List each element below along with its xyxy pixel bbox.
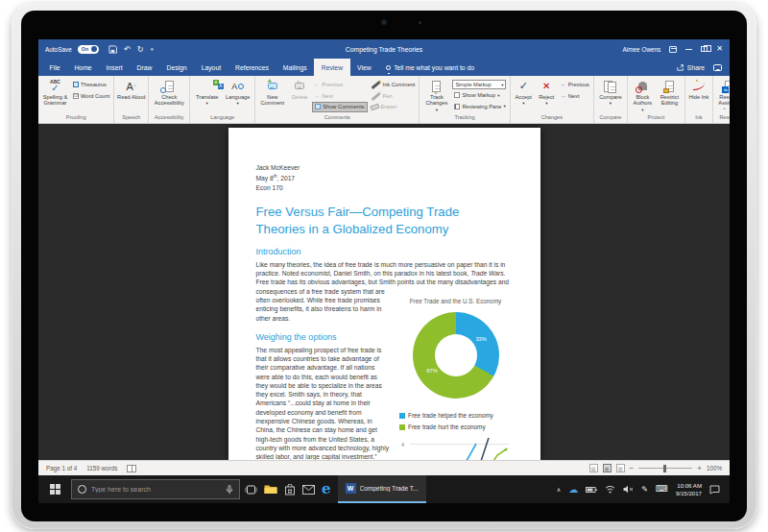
file-explorer-icon[interactable] [264, 484, 277, 495]
check-accessibility-button[interactable]: Check Accessibility [151, 78, 187, 107]
language-button[interactable]: A Language ▾ [223, 78, 252, 106]
zoom-level[interactable]: 100% [707, 465, 722, 472]
track-changes-button[interactable]: Track Changes ▾ [421, 78, 451, 112]
tab-file[interactable]: File [42, 59, 67, 76]
collapse-ribbon-icon[interactable]: ⌃ [722, 107, 727, 113]
redo-icon[interactable]: ↻ [137, 45, 144, 54]
restore-button[interactable] [701, 46, 708, 52]
mail-icon[interactable] [302, 485, 315, 495]
taskbar-word-task[interactable]: W Competing Trade T... [338, 475, 426, 503]
tab-draw[interactable]: Draw [130, 59, 159, 76]
start-button[interactable] [38, 475, 71, 503]
show-comments-button[interactable]: Show Comments [312, 102, 367, 112]
block-authors-button[interactable]: Block Authors ▾ [630, 78, 656, 112]
account-name[interactable]: Aimee Owens [623, 46, 661, 53]
reject-button[interactable]: ✕ Reject ▾ [536, 78, 558, 106]
thesaurus-button[interactable]: Thesaurus [71, 80, 111, 90]
resume-assistant-button[interactable]: in Resume Assistant [715, 78, 730, 107]
document-course: Econ 170 [256, 183, 513, 192]
line-chart[interactable]: 4 3 [399, 435, 513, 460]
pen-button[interactable]: Pen [369, 91, 418, 102]
translate-button[interactable]: a A Translate ▾ [192, 78, 222, 106]
donut-chart-ring [413, 312, 499, 399]
action-center-icon[interactable] [709, 485, 720, 495]
hide-ink-icon [693, 79, 705, 93]
tab-home[interactable]: Home [67, 59, 99, 76]
edge-icon[interactable]: e [322, 482, 331, 496]
word-count-indicator[interactable]: 1159 words [86, 465, 117, 472]
onedrive-icon[interactable]: ☁ [568, 485, 578, 495]
spelling-grammar-button[interactable]: ABC ✓ Spelling & Grammar [40, 78, 70, 107]
tab-view[interactable]: View [350, 59, 379, 76]
store-icon[interactable] [284, 484, 296, 496]
page-indicator[interactable]: Page 1 of 4 [46, 465, 77, 472]
hide-ink-button[interactable]: Hide Ink [687, 78, 710, 100]
donut-label-33: 33% [476, 335, 487, 344]
tray-chevron-up-icon[interactable]: ∧ [557, 487, 561, 493]
taskbar-search-box[interactable] [71, 479, 240, 499]
print-layout-icon[interactable]: ▦ [603, 464, 612, 472]
taskbar-clock[interactable]: 10:06 AM 9/15/2017 [676, 482, 702, 497]
ribbon-display-options-icon[interactable] [669, 46, 677, 53]
tab-insert[interactable]: Insert [99, 59, 130, 76]
zoom-slider-thumb[interactable] [663, 465, 666, 472]
save-icon[interactable] [108, 45, 117, 54]
restrict-editing-button[interactable]: Restrict Editing [657, 78, 683, 107]
close-button[interactable]: ✕ [716, 45, 723, 53]
task-view-icon[interactable] [245, 484, 257, 496]
previous-change-button[interactable]: ← Previous [559, 80, 591, 90]
word-task-label: Competing Trade T... [360, 485, 419, 492]
tab-design[interactable]: Design [159, 59, 194, 76]
ink-comment-button[interactable]: Ink Comment [369, 80, 418, 90]
tell-me-box[interactable]: Tell me what you want to do [378, 59, 482, 76]
undo-icon[interactable]: ↶ [124, 45, 131, 54]
zoom-out-icon[interactable]: − [630, 464, 635, 472]
tell-me-label: Tell me what you want to do [394, 64, 474, 71]
embedded-charts[interactable]: Free Trade and the U.S. Economy 33% 67% … [399, 288, 513, 460]
volume-muted-icon[interactable] [623, 485, 634, 494]
proofing-status-icon[interactable] [127, 465, 136, 472]
legend-item-hurt: Free trade hurt the economy [399, 423, 513, 431]
network-icon[interactable] [605, 485, 615, 494]
web-layout-icon[interactable]: ▥ [616, 464, 625, 472]
tab-references[interactable]: References [228, 59, 276, 76]
battery-icon[interactable] [586, 486, 597, 494]
previous-comment-button[interactable]: ← Previous [312, 80, 367, 90]
accept-button[interactable]: ✓ Accept ▾ [513, 78, 535, 106]
next-change-button[interactable]: → Next [559, 91, 591, 102]
new-comment-button[interactable]: + New Comment [257, 78, 287, 107]
delete-comment-button[interactable]: ✕ Delete [288, 78, 311, 100]
document-page[interactable]: Jack McKeever May 8th, 2017 Econ 170 Fre… [228, 128, 540, 460]
legend-swatch-blue [399, 413, 405, 419]
read-aloud-button[interactable]: A⁾⁾ Read Aloud [116, 78, 146, 100]
display-for-review-dropdown[interactable]: Simple Markup ▾ [452, 80, 506, 89]
customize-qat-icon[interactable]: ▾ [151, 47, 154, 52]
legend-swatch-green [399, 424, 405, 430]
group-changes: ✓ Accept ▾ ✕ Reject ▾ ← [511, 76, 594, 123]
word-count-icon: 123 [73, 93, 79, 99]
share-button[interactable]: Share [677, 63, 705, 71]
zoom-slider[interactable] [638, 468, 692, 469]
surface-pen-icon[interactable]: ✎ [641, 486, 648, 494]
reviewing-pane-button[interactable]: Reviewing Pane▾ [452, 102, 507, 112]
touch-keyboard-icon[interactable]: ⌨ [656, 485, 668, 494]
eraser-button[interactable]: Eraser [369, 102, 418, 112]
tab-review[interactable]: Review [314, 59, 349, 76]
tab-layout[interactable]: Layout [194, 59, 228, 76]
comments-pane-icon[interactable] [713, 64, 722, 71]
read-mode-icon[interactable]: ▤ [589, 464, 598, 472]
donut-chart[interactable]: 33% 67% [399, 312, 513, 399]
tab-mailings[interactable]: Mailings [276, 59, 314, 76]
show-markup-button[interactable]: Show Markup▾ [452, 90, 507, 101]
device-bezel: AutoSave On ↶ ↻ ▾ Competing Trade Theori… [21, 11, 747, 521]
zoom-in-icon[interactable]: + [697, 464, 702, 472]
minimize-button[interactable] [685, 49, 692, 50]
group-tracking: Track Changes ▾ Simple Markup ▾ [420, 76, 510, 123]
search-input[interactable] [91, 486, 221, 493]
autosave-toggle[interactable]: On [78, 45, 99, 54]
compare-button[interactable]: Compare ▾ [596, 78, 625, 106]
microphone-icon[interactable] [226, 485, 233, 495]
word-count-button[interactable]: 123 Word Count [71, 91, 111, 102]
next-comment-button[interactable]: → Next [312, 91, 367, 102]
ribbon-review: ABC ✓ Spelling & Grammar Thesaurus [38, 76, 730, 124]
